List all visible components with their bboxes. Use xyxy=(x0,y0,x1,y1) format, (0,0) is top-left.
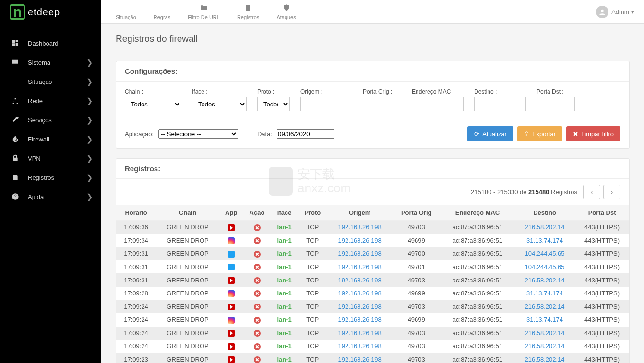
mac-input[interactable] xyxy=(412,97,464,111)
top-item-registros[interactable]: Registros xyxy=(228,4,268,20)
sidebar-item-serviços[interactable]: Serviços ❯ xyxy=(0,110,101,129)
origem-link[interactable]: 192.168.26.198 xyxy=(338,290,381,297)
cell-iface[interactable]: lan-1 xyxy=(271,221,298,234)
cell-origem: 192.168.26.198 xyxy=(327,247,393,260)
origem-link[interactable]: 192.168.26.198 xyxy=(338,250,381,257)
destino-link[interactable]: 216.58.202.14 xyxy=(525,356,564,363)
sidebar-item-situação[interactable]: Situação ❯ xyxy=(0,72,101,91)
cell-destino: 31.13.74.174 xyxy=(514,287,575,300)
cell-iface[interactable]: lan-1 xyxy=(271,260,298,274)
destino-link[interactable]: 216.58.202.14 xyxy=(525,223,564,231)
clear-filter-button[interactable]: ✖ Limpar filtro xyxy=(566,126,620,141)
origem-link[interactable]: 192.168.26.198 xyxy=(338,316,381,323)
origem-input[interactable] xyxy=(300,97,352,111)
origem-link[interactable]: 192.168.26.198 xyxy=(338,277,381,284)
cell-mac: ac:87:a3:36:96:51 xyxy=(441,340,514,353)
logo[interactable]: etdeep xyxy=(0,0,101,24)
list-icon xyxy=(158,4,166,13)
porta-orig-input[interactable] xyxy=(363,97,401,111)
cell-iface[interactable]: lan-1 xyxy=(271,340,298,353)
sidebar-item-label: Ajuda xyxy=(28,193,44,200)
cell-porta-dst: 443(HTTPS) xyxy=(575,234,629,247)
destino-link[interactable]: 31.13.74.174 xyxy=(526,290,563,297)
top-item-label: Situação xyxy=(116,14,136,20)
cell-iface[interactable]: lan-1 xyxy=(271,287,298,300)
destino-link[interactable]: 104.244.45.65 xyxy=(525,263,564,270)
data-input[interactable] xyxy=(277,129,334,139)
origem-link[interactable]: 192.168.26.198 xyxy=(338,263,381,270)
destino-link[interactable]: 216.58.202.14 xyxy=(525,303,564,310)
origem-link[interactable]: 192.168.26.198 xyxy=(338,237,381,244)
destino-link[interactable]: 31.13.74.174 xyxy=(526,237,563,244)
destino-link[interactable]: 31.13.74.174 xyxy=(526,316,563,323)
sidebar-item-vpn[interactable]: VPN ❯ xyxy=(0,149,101,168)
cell-app xyxy=(219,247,243,260)
page-next-button[interactable]: › xyxy=(603,185,620,199)
chevron-right-icon: ❯ xyxy=(86,77,93,86)
top-item-ataques[interactable]: Ataques xyxy=(268,4,304,20)
origem-label: Origem : xyxy=(300,88,352,95)
cell-porta-dst: 443(HTTPS) xyxy=(575,353,629,363)
origem-link[interactable]: 192.168.26.198 xyxy=(338,223,381,231)
sidebar-item-ajuda[interactable]: Ajuda ❯ xyxy=(0,187,101,206)
iface-select[interactable]: Todos xyxy=(192,97,247,111)
refresh-button[interactable]: ⟳ Atualizar xyxy=(467,126,513,141)
chart-icon xyxy=(12,78,21,85)
origem-link[interactable]: 192.168.26.198 xyxy=(338,329,381,337)
sidebar-item-sistema[interactable]: Sistema ❯ xyxy=(0,53,101,72)
top-item-situação[interactable]: Situação xyxy=(107,4,145,20)
cell-iface[interactable]: lan-1 xyxy=(271,313,298,327)
destino-link[interactable]: 216.58.202.14 xyxy=(525,329,564,337)
instagram-icon xyxy=(228,290,235,297)
shield-icon xyxy=(283,4,290,13)
porta-dst-label: Porta Dst : xyxy=(537,88,575,95)
top-item-filtro-de-url[interactable]: Filtro De URL xyxy=(179,4,228,20)
app-select[interactable]: -- Selecione -- xyxy=(158,129,238,139)
cell-mac: ac:87:a3:36:96:51 xyxy=(441,273,514,287)
page-prev-button[interactable]: ‹ xyxy=(583,185,600,199)
destino-link[interactable]: 216.58.202.14 xyxy=(525,277,564,284)
top-item-regras[interactable]: Regras xyxy=(145,4,179,20)
origem-link[interactable]: 192.168.26.198 xyxy=(338,356,381,363)
table-row: 17:09:36 GREEN DROP lan-1 TCP 192.168.26… xyxy=(116,221,629,234)
main-content: Registros do firewall Configurações: Cha… xyxy=(101,24,644,363)
sidebar: etdeep Dashboard Sistema ❯ Situação ❯ Re… xyxy=(0,0,101,363)
cell-porta-dst: 443(HTTPS) xyxy=(575,327,629,340)
instagram-icon xyxy=(228,237,235,244)
chain-select[interactable]: Todos xyxy=(125,97,181,111)
cell-destino: 216.58.202.14 xyxy=(514,273,575,287)
sidebar-item-firewall[interactable]: Firewall ❯ xyxy=(0,129,101,149)
destino-link[interactable]: 216.58.202.14 xyxy=(525,342,564,350)
table-row: 17:09:24 GREEN DROP lan-1 TCP 192.168.26… xyxy=(116,340,629,353)
sidebar-item-dashboard[interactable]: Dashboard xyxy=(0,34,101,53)
sidebar-item-registros[interactable]: Registros ❯ xyxy=(0,168,101,187)
cell-porta-orig: 49703 xyxy=(393,340,441,353)
user-menu[interactable]: Admin ▾ xyxy=(596,6,634,18)
cell-iface[interactable]: lan-1 xyxy=(271,273,298,287)
cell-app xyxy=(219,260,243,274)
cell-time: 17:09:36 xyxy=(116,221,156,234)
cell-iface[interactable]: lan-1 xyxy=(271,234,298,247)
origem-link[interactable]: 192.168.26.198 xyxy=(338,342,381,350)
origem-link[interactable]: 192.168.26.198 xyxy=(338,303,381,310)
proto-select[interactable]: Todos xyxy=(257,97,290,111)
cell-origem: 192.168.26.198 xyxy=(327,260,393,274)
cell-porta-orig: 49699 xyxy=(393,287,441,300)
sidebar-item-rede[interactable]: Rede ❯ xyxy=(0,91,101,110)
drop-icon xyxy=(254,277,261,284)
desktop-icon xyxy=(12,59,21,66)
drop-icon xyxy=(254,330,261,337)
destino-input[interactable] xyxy=(474,97,526,111)
cell-proto: TCP xyxy=(298,273,327,287)
cell-iface[interactable]: lan-1 xyxy=(271,300,298,313)
cell-iface[interactable]: lan-1 xyxy=(271,327,298,340)
proto-label: Proto : xyxy=(257,88,290,95)
cell-iface[interactable]: lan-1 xyxy=(271,247,298,260)
porta-dst-input[interactable] xyxy=(537,97,575,111)
cell-destino: 216.58.202.14 xyxy=(514,327,575,340)
destino-link[interactable]: 104.244.45.65 xyxy=(525,250,564,257)
cell-iface[interactable]: lan-1 xyxy=(271,353,298,363)
logo-text: etdeep xyxy=(28,7,60,18)
export-button[interactable]: ⇪ Exportar xyxy=(517,126,562,141)
cell-time: 17:09:31 xyxy=(116,247,156,260)
